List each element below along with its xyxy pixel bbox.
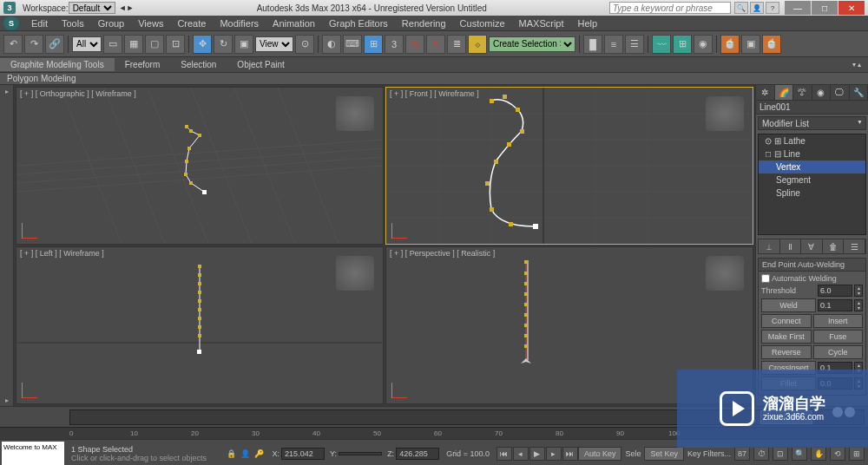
rollout-header[interactable]: End Point Auto-Welding: [759, 259, 865, 272]
workspace-select[interactable]: Default: [69, 2, 115, 14]
viewcube-icon[interactable]: [706, 256, 744, 291]
keyfilters-button[interactable]: Key Filters...: [687, 449, 731, 458]
auto-weld-checkbox[interactable]: [761, 274, 770, 283]
viewport-label[interactable]: [ + ] [ Perspective ] [ Realistic ]: [390, 249, 495, 258]
snap-toggle-icon[interactable]: ⊞: [364, 35, 383, 54]
orbit-icon[interactable]: ⟲: [830, 447, 845, 461]
tab-selection[interactable]: Selection: [170, 58, 227, 71]
tab-freeform[interactable]: Freeform: [115, 58, 171, 71]
weld-spinner[interactable]: ▴▾: [854, 299, 863, 311]
keyboard-shortcut-icon[interactable]: ⌨: [343, 35, 362, 54]
scale-icon[interactable]: ▣: [234, 35, 253, 54]
lock-icon[interactable]: 🔒: [226, 448, 238, 460]
app-menu-icon[interactable]: S: [3, 16, 19, 30]
weld-input[interactable]: [818, 299, 852, 311]
mirror-icon[interactable]: ▐▌: [583, 35, 602, 54]
menu-tools[interactable]: Tools: [55, 18, 91, 29]
material-editor-icon[interactable]: ◉: [694, 35, 713, 54]
undo-icon[interactable]: ↶: [3, 35, 23, 54]
edit-named-sel-icon[interactable]: ≣: [447, 35, 466, 54]
viewport-label[interactable]: [ + ] [ Front ] [ Wireframe ]: [390, 89, 479, 98]
stack-spline[interactable]: Spline: [759, 187, 865, 200]
viewport-orthographic[interactable]: [ + ] [ Orthographic ] [ Wireframe ]: [16, 87, 384, 245]
render-icon[interactable]: 🍵: [762, 35, 781, 54]
selected-label[interactable]: Sele: [625, 449, 641, 458]
threshold-spinner[interactable]: ▴▾: [854, 285, 863, 297]
use-center-icon[interactable]: ⊙: [295, 35, 314, 54]
x-input[interactable]: 215.042: [281, 448, 325, 460]
menu-group[interactable]: Group: [91, 18, 132, 29]
display-tab-icon[interactable]: 🖵: [831, 85, 850, 100]
polygon-modeling-panel[interactable]: Polygon Modeling: [0, 73, 868, 85]
move-icon[interactable]: ✥: [193, 35, 212, 54]
autokey-button[interactable]: Auto Key: [578, 447, 622, 461]
sign-in-icon[interactable]: 👤: [750, 2, 764, 14]
viewport-label[interactable]: [ + ] [ Left ] [ Wireframe ]: [20, 249, 104, 258]
setkey-button[interactable]: Set Key: [644, 447, 684, 461]
person-icon[interactable]: 👤: [240, 448, 252, 460]
prev-frame-icon[interactable]: ◂: [513, 447, 529, 461]
menu-modifiers[interactable]: Modifiers: [213, 18, 266, 29]
tab-graphite[interactable]: Graphite Modeling Tools: [0, 58, 115, 71]
max-viewport-icon[interactable]: ⊞: [849, 447, 865, 461]
time-config-icon[interactable]: ⏱: [753, 447, 769, 461]
maximize-button[interactable]: □: [812, 1, 838, 15]
utilities-tab-icon[interactable]: 🔧: [850, 85, 869, 100]
reverse-button[interactable]: Reverse: [761, 345, 812, 359]
layer-icon[interactable]: ☰: [625, 35, 644, 54]
modifier-stack[interactable]: ⊙⊞ Lathe □⊟ Line Vertex Segment Spline: [758, 134, 866, 235]
menu-customize[interactable]: Customize: [453, 18, 512, 29]
motion-tab-icon[interactable]: ◉: [812, 85, 832, 100]
minimize-button[interactable]: —: [785, 1, 811, 15]
help-icon[interactable]: ?: [766, 2, 779, 14]
redo-icon[interactable]: ↷: [24, 35, 43, 54]
help-search-icon[interactable]: 🔍: [734, 2, 748, 14]
strip-expand-icon[interactable]: ▸: [0, 85, 13, 97]
menu-create[interactable]: Create: [170, 18, 213, 29]
curve-editor-icon[interactable]: 〰: [652, 35, 671, 54]
fuse-button[interactable]: Fuse: [813, 330, 864, 344]
object-name-field[interactable]: Line001: [756, 101, 868, 115]
ribbon-minimize-icon[interactable]: ▾ ▴: [845, 61, 868, 69]
pin-stack-icon[interactable]: ⟂: [759, 239, 780, 253]
menu-edit[interactable]: Edit: [24, 18, 55, 29]
visibility-icon[interactable]: □: [764, 149, 773, 159]
weld-button[interactable]: Weld: [761, 298, 816, 312]
menu-views[interactable]: Views: [131, 18, 170, 29]
viewcube-icon[interactable]: [336, 96, 374, 131]
zoom-icon[interactable]: 🔍: [792, 447, 807, 461]
manipulate-icon[interactable]: ◐: [322, 35, 341, 54]
frame-number-input[interactable]: 87: [734, 447, 750, 461]
stack-segment[interactable]: Segment: [759, 174, 865, 187]
modify-tab-icon[interactable]: 🌈: [775, 85, 794, 100]
menu-maxscript[interactable]: MAXScript: [512, 18, 571, 29]
select-name-icon[interactable]: ▦: [124, 35, 143, 54]
viewcube-icon[interactable]: [706, 96, 744, 131]
percent-snap-icon[interactable]: %: [405, 35, 424, 54]
create-tab-icon[interactable]: ✲: [756, 85, 775, 100]
rotate-icon[interactable]: ↻: [214, 35, 233, 54]
angle-snap-icon[interactable]: 3: [385, 35, 404, 54]
pan-icon[interactable]: ✋: [811, 447, 826, 461]
selection-filter[interactable]: All: [72, 36, 102, 52]
remove-mod-icon[interactable]: 🗑: [823, 239, 845, 253]
history-arrows[interactable]: ◄►: [119, 3, 135, 12]
search-input[interactable]: [609, 2, 731, 14]
goto-end-icon[interactable]: ⏭: [562, 447, 578, 461]
z-input[interactable]: 426.285: [396, 448, 439, 460]
menu-help[interactable]: Help: [571, 18, 605, 29]
stack-lathe[interactable]: ⊙⊞ Lathe: [759, 134, 865, 147]
spinner-snap-icon[interactable]: ∿: [426, 35, 445, 54]
schematic-icon[interactable]: ⊞: [673, 35, 692, 54]
tab-object-paint[interactable]: Object Paint: [227, 58, 294, 71]
configure-icon[interactable]: ☰: [844, 239, 865, 253]
y-input[interactable]: [339, 452, 382, 455]
connect-button[interactable]: Connect: [761, 314, 812, 328]
makefirst-button[interactable]: Make First: [761, 330, 812, 344]
menu-graph-editors[interactable]: Graph Editors: [322, 18, 395, 29]
cycle-button[interactable]: Cycle: [813, 345, 864, 359]
modifier-list-dropdown[interactable]: Modifier List: [758, 116, 866, 130]
viewport-front[interactable]: [ + ] [ Front ] [ Wireframe ]: [385, 87, 753, 245]
play-icon[interactable]: ▶: [529, 447, 545, 461]
viewport-left[interactable]: [ + ] [ Left ] [ Wireframe ]: [16, 246, 384, 404]
